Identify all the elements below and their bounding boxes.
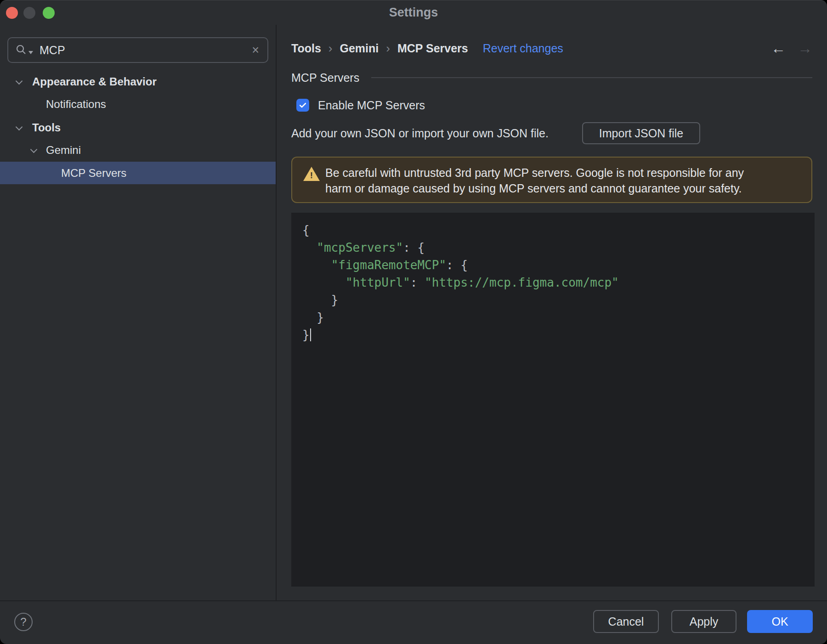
sidebar-item-label: Notifications	[46, 98, 106, 111]
sidebar-item-label: Appearance & Behavior	[32, 75, 157, 88]
breadcrumb-mcp-servers: MCP Servers	[397, 42, 468, 55]
help-button[interactable]: ?	[14, 613, 33, 631]
sidebar-item-gemini[interactable]: Gemini	[0, 139, 276, 161]
import-json-file-button[interactable]: Import JSON file	[582, 122, 700, 144]
code-line: "mcpServers": {	[302, 239, 804, 256]
breadcrumb-separator: ›	[386, 41, 390, 56]
code-line: "httpUrl": "https://mcp.figma.com/mcp"	[302, 274, 804, 291]
warning-banner: ! Be careful with untrusted 3rd party MC…	[291, 157, 812, 203]
search-input[interactable]: MCP ×	[7, 37, 268, 63]
warning-icon: !	[303, 167, 320, 181]
back-arrow-icon[interactable]: ←	[771, 40, 786, 57]
breadcrumb-tools[interactable]: Tools	[291, 42, 321, 55]
enable-mcp-servers-checkbox[interactable]	[296, 99, 309, 112]
search-value: MCP	[40, 44, 252, 57]
revert-changes-link[interactable]: Revert changes	[483, 42, 563, 55]
footer-bar: ? Cancel Apply OK	[0, 600, 827, 644]
sidebar-divider	[276, 25, 277, 600]
breadcrumb: Tools › Gemini › MCP Servers Revert chan…	[291, 39, 563, 57]
sidebar-item-notifications[interactable]: Notifications	[0, 93, 276, 115]
chevron-down-icon[interactable]	[16, 79, 22, 85]
code-line: }	[302, 309, 804, 326]
chevron-down-icon[interactable]	[16, 124, 22, 131]
search-icon	[16, 44, 33, 56]
sidebar-item-label: Gemini	[46, 144, 81, 157]
apply-button[interactable]: Apply	[671, 610, 736, 633]
code-line: "figmaRemoteMCP": {	[302, 256, 804, 274]
mcp-json-editor[interactable]: { "mcpServers": { "figmaRemoteMCP": { "h…	[291, 213, 815, 587]
chevron-down-icon[interactable]	[30, 147, 37, 153]
settings-sidebar: MCP × Appearance & Behavior Notification…	[0, 25, 276, 600]
section-header: MCP Servers	[291, 68, 812, 87]
sidebar-item-appearance-behavior[interactable]: Appearance & Behavior	[0, 71, 276, 93]
checkmark-icon	[298, 101, 307, 110]
code-editor-content: { "mcpServers": { "figmaRemoteMCP": { "h…	[302, 221, 804, 344]
breadcrumb-separator: ›	[329, 41, 333, 56]
forward-arrow-icon: →	[798, 40, 812, 57]
enable-mcp-servers-row[interactable]: Enable MCP Servers	[296, 99, 425, 112]
settings-window: Settings MCP × Appearance & Behavior Not…	[0, 0, 827, 644]
text-caret	[310, 328, 311, 341]
sidebar-item-label: Tools	[32, 121, 61, 134]
code-line: }	[302, 326, 804, 344]
section-divider	[371, 77, 812, 78]
warning-line-2: harm or damage caused by using MCP serve…	[325, 181, 744, 196]
enable-mcp-servers-label: Enable MCP Servers	[318, 99, 425, 112]
history-navigation: ← →	[771, 39, 812, 57]
sidebar-item-mcp-servers[interactable]: MCP Servers	[0, 162, 276, 184]
cancel-button[interactable]: Cancel	[593, 610, 659, 633]
sidebar-item-label: MCP Servers	[61, 167, 126, 180]
code-line: {	[302, 221, 804, 239]
search-history-chevron-icon	[28, 51, 33, 54]
code-line: }	[302, 291, 804, 309]
section-title: MCP Servers	[291, 71, 359, 85]
breadcrumb-gemini[interactable]: Gemini	[340, 42, 379, 55]
warning-line-1: Be careful with untrusted 3rd party MCP …	[325, 165, 744, 181]
title-bar: Settings	[0, 0, 827, 25]
clear-search-icon[interactable]: ×	[252, 43, 259, 57]
window-title: Settings	[0, 0, 827, 25]
warning-text: Be careful with untrusted 3rd party MCP …	[325, 165, 744, 196]
import-json-description: Add your own JSON or import your own JSO…	[291, 122, 549, 144]
sidebar-item-tools[interactable]: Tools	[0, 117, 276, 139]
ok-button[interactable]: OK	[747, 610, 813, 633]
